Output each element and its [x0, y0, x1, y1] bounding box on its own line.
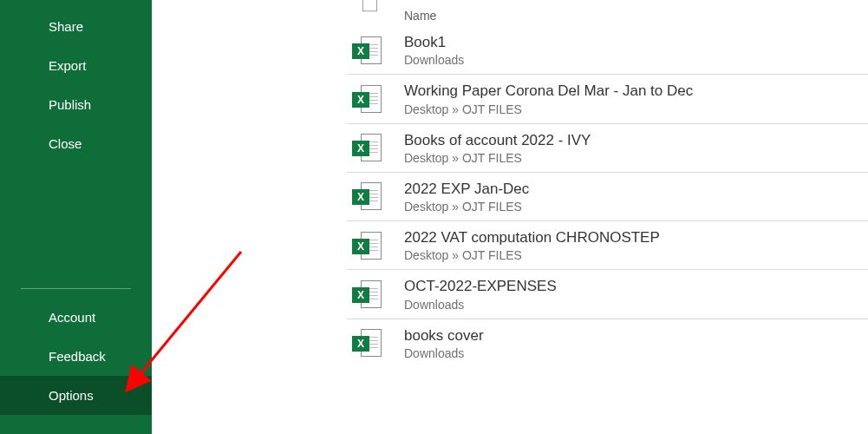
- excel-file-icon: X: [347, 134, 387, 161]
- file-text: 2022 EXP Jan-Dec Desktop » OJT FILES: [404, 180, 529, 214]
- excel-file-icon: X: [347, 85, 387, 113]
- file-title: 2022 EXP Jan-Dec: [404, 180, 529, 198]
- sidebar-label: Close: [49, 136, 82, 151]
- file-path: Desktop » OJT FILES: [404, 248, 660, 262]
- sidebar-label: Feedback: [49, 349, 106, 364]
- column-header-name[interactable]: Name: [347, 9, 868, 26]
- sidebar-item-close[interactable]: Close: [0, 124, 152, 163]
- sidebar-label: Share: [49, 19, 83, 34]
- header-icon: [347, 0, 387, 16]
- sidebar-item-options[interactable]: Options: [0, 376, 152, 415]
- file-row[interactable]: X Working Paper Corona Del Mar - Jan to …: [347, 75, 868, 123]
- file-text: Books of account 2022 - IVY Desktop » OJ…: [404, 131, 591, 165]
- file-row[interactable]: X 2022 EXP Jan-Dec Desktop » OJT FILES: [347, 173, 868, 221]
- file-path: Downloads: [404, 53, 464, 67]
- sidebar-item-share[interactable]: Share: [0, 7, 152, 46]
- file-path: Desktop » OJT FILES: [404, 102, 693, 116]
- excel-file-icon: X: [347, 280, 387, 308]
- file-row[interactable]: X 2022 VAT computation CHRONOSTEP Deskto…: [347, 221, 868, 270]
- file-title: 2022 VAT computation CHRONOSTEP: [404, 228, 660, 247]
- file-text: Working Paper Corona Del Mar - Jan to De…: [404, 82, 693, 115]
- sidebar-bottom-group: Account Feedback Options: [0, 288, 152, 434]
- file-path: Desktop » OJT FILES: [404, 151, 591, 165]
- file-title: Book1: [404, 33, 464, 51]
- file-list: X Book1 Downloads X Working Paper Corona…: [152, 26, 868, 367]
- sidebar-separator: [21, 288, 131, 289]
- sidebar-label: Export: [49, 58, 86, 73]
- file-title: books cover: [404, 326, 484, 345]
- sidebar-item-account[interactable]: Account: [0, 298, 152, 337]
- excel-file-icon: X: [347, 36, 387, 64]
- file-row[interactable]: X books cover Downloads: [347, 319, 868, 367]
- recent-files-panel: Name X Book1 Downloads X Working Paper C…: [152, 0, 868, 434]
- sidebar-item-export[interactable]: Export: [0, 46, 152, 85]
- backstage-sidebar: Share Export Publish Close Account Feedb…: [0, 0, 152, 434]
- file-path: Downloads: [404, 298, 557, 312]
- file-path: Desktop » OJT FILES: [404, 200, 529, 214]
- sidebar-label: Options: [49, 388, 94, 403]
- sidebar-item-feedback[interactable]: Feedback: [0, 337, 152, 376]
- excel-file-icon: X: [347, 182, 387, 210]
- file-text: books cover Downloads: [404, 326, 484, 360]
- file-text: 2022 VAT computation CHRONOSTEP Desktop …: [404, 228, 660, 262]
- file-row[interactable]: X OCT-2022-EXPENSES Downloads: [347, 270, 868, 319]
- file-title: Books of account 2022 - IVY: [404, 131, 591, 149]
- file-text: OCT-2022-EXPENSES Downloads: [404, 277, 557, 311]
- file-title: OCT-2022-EXPENSES: [404, 277, 557, 295]
- sidebar-top-group: Share Export Publish Close: [0, 0, 152, 163]
- excel-file-icon: X: [347, 232, 387, 260]
- sidebar-item-publish[interactable]: Publish: [0, 85, 152, 124]
- sidebar-label: Account: [49, 310, 95, 325]
- file-path: Downloads: [404, 346, 484, 360]
- file-text: Book1 Downloads: [404, 33, 464, 67]
- file-row[interactable]: X Book1 Downloads: [347, 26, 868, 75]
- file-row[interactable]: X Books of account 2022 - IVY Desktop » …: [347, 124, 868, 173]
- excel-file-icon: X: [347, 329, 387, 357]
- file-title: Working Paper Corona Del Mar - Jan to De…: [404, 82, 693, 100]
- sidebar-label: Publish: [49, 97, 91, 112]
